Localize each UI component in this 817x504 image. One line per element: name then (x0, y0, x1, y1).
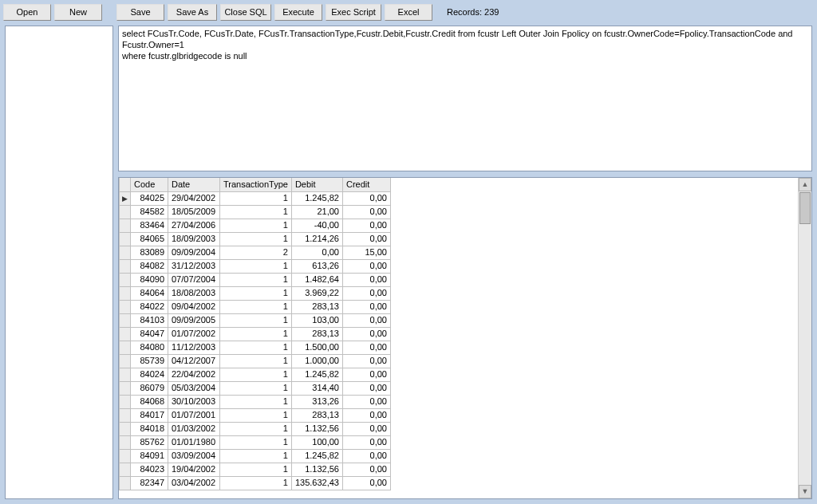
cell-debit: 1.132,56 (291, 422, 342, 435)
close-sql-button[interactable]: Close SQL (220, 4, 271, 21)
cell-code: 82347 (131, 476, 168, 490)
table-row[interactable]: ▶8402529/04/200211.245,820,00 (120, 191, 391, 205)
cell-code: 84017 (131, 408, 168, 422)
cell-debit: 1.245,82 (291, 191, 342, 205)
scroll-down-icon[interactable]: ▼ (799, 485, 811, 498)
table-row[interactable]: 8406830/10/20031313,260,00 (120, 395, 391, 408)
cell-debit: 314,40 (291, 381, 342, 395)
cell-code: 84090 (131, 273, 168, 286)
cell-debit: -40,00 (291, 219, 342, 232)
exec-script-button[interactable]: Exec Script (326, 4, 381, 21)
cell-debit: 1.132,56 (291, 463, 342, 476)
col-header-date[interactable]: Date (168, 178, 220, 191)
cell-code: 84023 (131, 463, 168, 476)
row-indicator-header (120, 178, 131, 191)
cell-credit: 0,00 (342, 191, 390, 205)
cell-debit: 313,26 (291, 395, 342, 408)
scroll-thumb[interactable] (799, 192, 811, 224)
cell-credit: 0,00 (342, 435, 390, 449)
table-row[interactable]: 8408231/12/20031613,260,00 (120, 259, 391, 273)
table-row[interactable]: 8408011/12/200311.500,000,00 (120, 341, 391, 354)
table-row[interactable]: 8402422/04/200211.245,820,00 (120, 368, 391, 381)
cell-date: 07/07/2004 (168, 273, 220, 286)
table-row[interactable]: 8406518/09/200311.214,260,00 (120, 232, 391, 246)
cell-credit: 0,00 (342, 354, 390, 368)
right-panel: Code Date TransactionType Debit Credit ▶… (118, 26, 812, 499)
cell-debit: 21,00 (291, 205, 342, 219)
cell-credit: 0,00 (342, 381, 390, 395)
left-panel (5, 26, 113, 499)
cell-code: 84018 (131, 422, 168, 435)
cell-transactiontype: 1 (220, 422, 292, 435)
cell-code: 84064 (131, 286, 168, 300)
cell-transactiontype: 1 (220, 219, 292, 232)
execute-button[interactable]: Execute (274, 4, 322, 21)
records-label: Records: 239 (447, 7, 499, 17)
cell-date: 18/09/2003 (168, 232, 220, 246)
cell-date: 22/04/2002 (168, 368, 220, 381)
cell-code: 86079 (131, 381, 168, 395)
grid-scrollbar[interactable]: ▲ ▼ (798, 178, 811, 498)
table-row[interactable]: 8402209/04/20021283,130,00 (120, 300, 391, 313)
table-row[interactable]: 8573904/12/200711.000,000,00 (120, 354, 391, 368)
cell-code: 84068 (131, 395, 168, 408)
cell-transactiontype: 1 (220, 327, 292, 341)
cell-date: 03/04/2002 (168, 476, 220, 490)
table-row[interactable]: 8346427/04/20061-40,000,00 (120, 219, 391, 232)
cell-transactiontype: 1 (220, 191, 292, 205)
table-row[interactable]: 8458218/05/2009121,000,00 (120, 205, 391, 219)
cell-credit: 0,00 (342, 205, 390, 219)
cell-date: 30/10/2003 (168, 395, 220, 408)
col-header-transactiontype[interactable]: TransactionType (220, 178, 292, 191)
cell-credit: 0,00 (342, 259, 390, 273)
new-button[interactable]: New (54, 4, 102, 21)
table-row[interactable]: 8401801/03/200211.132,560,00 (120, 422, 391, 435)
cell-transactiontype: 1 (220, 395, 292, 408)
cell-date: 05/03/2004 (168, 381, 220, 395)
table-row[interactable]: 8409103/09/200411.245,820,00 (120, 449, 391, 463)
table-row[interactable]: 8404701/07/20021283,130,00 (120, 327, 391, 341)
table-row[interactable]: 8402319/04/200211.132,560,00 (120, 463, 391, 476)
cell-date: 09/09/2004 (168, 246, 220, 259)
cell-transactiontype: 1 (220, 354, 292, 368)
cell-debit: 0,00 (291, 246, 342, 259)
col-header-debit[interactable]: Debit (291, 178, 342, 191)
col-header-code[interactable]: Code (131, 178, 168, 191)
cell-code: 84024 (131, 368, 168, 381)
cell-debit: 135.632,43 (291, 476, 342, 490)
cell-credit: 0,00 (342, 327, 390, 341)
cell-code: 83089 (131, 246, 168, 259)
table-row[interactable]: 8401701/07/20011283,130,00 (120, 408, 391, 422)
save-as-button[interactable]: Save As (168, 4, 217, 21)
cell-debit: 1.500,00 (291, 341, 342, 354)
cell-debit: 1.245,82 (291, 449, 342, 463)
cell-credit: 0,00 (342, 395, 390, 408)
cell-code: 85762 (131, 435, 168, 449)
cell-transactiontype: 1 (220, 449, 292, 463)
cell-transactiontype: 2 (220, 246, 292, 259)
open-button[interactable]: Open (3, 4, 51, 21)
col-header-credit[interactable]: Credit (342, 178, 390, 191)
table-row[interactable]: 8234703/04/20021135.632,430,00 (120, 476, 391, 490)
header-row: Code Date TransactionType Debit Credit (120, 178, 391, 191)
cell-credit: 0,00 (342, 408, 390, 422)
table-row[interactable]: 8406418/08/200313.969,220,00 (120, 286, 391, 300)
table-row[interactable]: 8308909/09/200420,0015,00 (120, 246, 391, 259)
cell-transactiontype: 1 (220, 476, 292, 490)
sql-textarea[interactable] (118, 26, 812, 171)
table-row[interactable]: 8410309/09/20051103,000,00 (120, 313, 391, 327)
table-row[interactable]: 8607905/03/20041314,400,00 (120, 381, 391, 395)
cell-date: 09/04/2002 (168, 300, 220, 313)
cell-date: 11/12/2003 (168, 341, 220, 354)
row-pointer-icon: ▶ (122, 195, 128, 203)
cell-credit: 15,00 (342, 246, 390, 259)
toolbar: Open New Save Save As Close SQL Execute … (0, 0, 817, 22)
cell-transactiontype: 1 (220, 286, 292, 300)
table-row[interactable]: 8576201/01/19801100,000,00 (120, 435, 391, 449)
cell-credit: 0,00 (342, 422, 390, 435)
excel-button[interactable]: Excel (385, 4, 432, 21)
save-button[interactable]: Save (116, 4, 164, 21)
table-row[interactable]: 8409007/07/200411.482,640,00 (120, 273, 391, 286)
cell-date: 18/05/2009 (168, 205, 220, 219)
scroll-up-icon[interactable]: ▲ (799, 178, 811, 191)
